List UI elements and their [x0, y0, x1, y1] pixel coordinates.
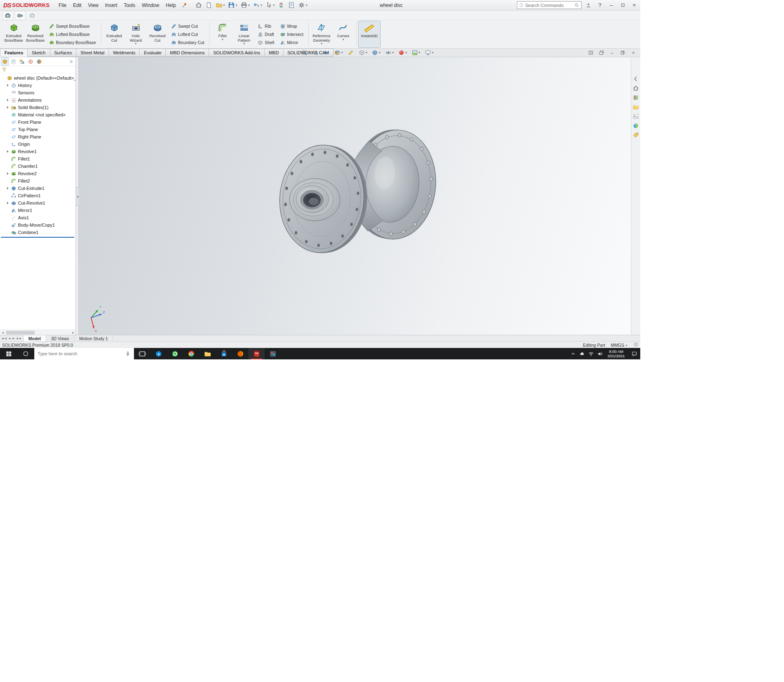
microphone-icon[interactable] [125, 351, 131, 357]
new-document-button[interactable] [204, 1, 214, 9]
taskbar-firefox-button[interactable] [232, 348, 248, 359]
video-capture-button[interactable] [15, 11, 25, 20]
scroll-last-icon[interactable]: ►► [16, 337, 22, 340]
tree-item-cut-extrude1[interactable]: Cut-Extrude1 [0, 185, 76, 192]
dropdown-caret-icon[interactable]: ▾ [243, 42, 245, 45]
boundary-boss-base-button[interactable]: Boundary Boss/Base [48, 40, 97, 46]
dropdown-caret-icon[interactable]: ▾ [379, 51, 381, 54]
edit-appearance-button[interactable]: ▾ [397, 49, 408, 56]
expand-slot[interactable] [6, 172, 9, 175]
action-center-button[interactable] [628, 348, 640, 359]
expand-slot[interactable] [6, 106, 9, 109]
undo-button[interactable]: ▾ [252, 1, 263, 9]
taskbar-search-box[interactable] [34, 348, 134, 359]
expand-chevron-icon[interactable] [7, 172, 9, 175]
view-orientation-button[interactable]: ▾ [358, 49, 368, 56]
rebuild-button[interactable] [276, 1, 286, 9]
doc-tab-motion-study-1[interactable]: Motion Study 1 [74, 335, 113, 341]
view-settings-button[interactable]: ▾ [424, 49, 434, 56]
tree-item-mirror1[interactable]: Mirror1 [0, 207, 76, 214]
menu-tools[interactable]: Tools [120, 1, 138, 10]
pin-icon[interactable] [179, 1, 190, 9]
dimxpert-manager-tab[interactable] [27, 58, 34, 65]
options-button[interactable]: ▾ [297, 1, 309, 9]
graphics-viewport[interactable]: Y X Z [79, 57, 631, 335]
pane-float-button[interactable] [598, 49, 605, 56]
expand-slot[interactable] [6, 187, 9, 189]
design-library-button[interactable] [632, 94, 639, 101]
view-palette-button[interactable] [632, 113, 639, 120]
help-icon[interactable]: ? [595, 1, 604, 9]
menu-view[interactable]: View [85, 1, 102, 10]
hide-show-button[interactable]: ▾ [384, 49, 395, 56]
status-tag-icon[interactable] [633, 342, 638, 348]
fillet-button[interactable]: Fillet▾ [212, 21, 233, 47]
tree-item-fillet1[interactable]: Fillet1 [0, 155, 76, 163]
custom-properties-button[interactable] [632, 131, 639, 139]
search-commands-box[interactable] [517, 1, 581, 9]
expand-chevron-icon[interactable] [7, 84, 9, 87]
draft-button[interactable]: Draft [256, 31, 275, 38]
lofted-cut-button[interactable]: Lofted Cut [170, 31, 205, 38]
close-button[interactable]: × [630, 1, 639, 9]
tab-weldments[interactable]: Weldments [109, 49, 140, 57]
dropdown-caret-icon[interactable]: ▾ [432, 51, 434, 54]
menu-help[interactable]: Help [163, 1, 179, 10]
tab-sheet-metal[interactable]: Sheet Metal [76, 49, 109, 57]
dropdown-caret-icon[interactable]: ▾ [306, 4, 307, 7]
maximize-button[interactable] [618, 1, 627, 9]
configuration-manager-tab[interactable] [18, 58, 26, 65]
dropdown-caret-icon[interactable]: ▾ [236, 4, 237, 7]
tree-item-top-plane[interactable]: Top Plane [0, 126, 76, 133]
pane-split-button[interactable] [587, 49, 595, 56]
tab-features[interactable]: Features [0, 49, 28, 57]
curves-button[interactable]: Curves▾ [332, 21, 354, 47]
swept-cut-button[interactable]: Swept Cut [170, 23, 205, 29]
expand-chevron-icon[interactable] [7, 202, 9, 204]
rollback-bar[interactable] [1, 237, 74, 238]
appearances-scenes-button[interactable] [632, 122, 639, 129]
apply-scene-button[interactable]: ▾ [411, 49, 421, 56]
home-button[interactable] [194, 1, 203, 9]
print-button[interactable]: ▾ [239, 1, 251, 9]
dropdown-caret-icon[interactable]: ▾ [223, 4, 225, 7]
tree-item-history[interactable]: History [0, 82, 76, 89]
tree-item-revolve2[interactable]: Revolve2 [0, 170, 76, 177]
taskbar-edge-button[interactable]: e [150, 348, 167, 359]
tray-volume-button[interactable] [595, 348, 604, 359]
menu-edit[interactable]: Edit [70, 1, 85, 10]
panel-horizontal-scrollbar[interactable]: ◄ ► [0, 330, 76, 335]
capture-options-button[interactable] [27, 11, 38, 20]
tree-item-origin[interactable]: Origin [0, 140, 76, 148]
center-hub[interactable] [290, 178, 340, 221]
tree-item-cirpattern1[interactable]: CirPattern1 [0, 192, 76, 199]
extruded-boss-base-button[interactable]: ExtrudedBoss/Base [3, 21, 24, 47]
screen-capture-button[interactable] [2, 11, 13, 20]
display-style-button[interactable]: ▾ [371, 49, 381, 56]
taskbar-solidworks-button[interactable]: SW2019 [248, 348, 265, 359]
tree-item-material-not-specified[interactable]: Material <not specified> [0, 111, 76, 118]
tree-item-right-plane[interactable]: Right Plane [0, 133, 76, 140]
scroll-thumb[interactable] [6, 331, 35, 334]
rib-button[interactable]: Rib [256, 23, 275, 29]
units-selector[interactable]: MMGS ▴ [611, 343, 627, 348]
dropdown-caret-icon[interactable]: ▾ [321, 42, 323, 45]
hole-wizard-button[interactable]: HoleWizard▾ [125, 21, 147, 47]
zoom-area-button[interactable] [311, 49, 319, 56]
search-commands-input[interactable] [525, 3, 573, 8]
solidworks-resources-button[interactable] [632, 85, 639, 92]
doc-minimize-button[interactable]: – [608, 49, 616, 56]
expand-chevron-icon[interactable] [7, 106, 9, 109]
wheel-disc-model[interactable]: Y X Z [79, 57, 631, 335]
doc-restore-button[interactable] [619, 49, 626, 56]
sketch-pencil-button[interactable] [347, 49, 355, 56]
file-properties-button[interactable] [287, 1, 296, 9]
open-button[interactable]: ▾ [214, 1, 226, 9]
dropdown-caret-icon[interactable]: ▾ [405, 51, 407, 54]
units-caret-icon[interactable]: ▴ [626, 344, 627, 346]
taskbar-clock[interactable]: 8:00 AM 3/21/2021 [604, 348, 628, 359]
tree-item-front-plane[interactable]: Front Plane [0, 118, 76, 126]
collapse-pane-button[interactable] [632, 75, 639, 82]
revolved-cut-button[interactable]: RevolvedCut [147, 21, 168, 47]
tree-filter-row[interactable] [0, 66, 76, 74]
